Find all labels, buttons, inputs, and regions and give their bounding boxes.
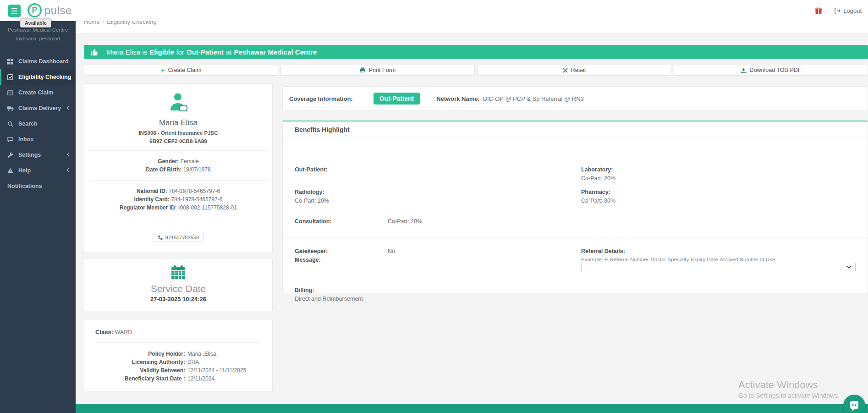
network-name-value: OIC-OP @ PCP & Sp Referral @ RN3 — [483, 95, 584, 102]
validity-between-value: 12/11/2024 - 11/11/2025 — [187, 366, 261, 374]
action-buttons-row: + Create Claim Print Form Reset — [84, 65, 868, 76]
org-name: Peshawar Medical Centre — [0, 27, 76, 33]
sidebar-item-create-claim[interactable]: Create Claim — [0, 85, 76, 100]
create-claim-button[interactable]: + Create Claim — [84, 65, 278, 76]
thumbs-up-icon — [91, 49, 99, 56]
identity-card-value: 784-1978-5465797-6 — [171, 196, 222, 203]
phone-button[interactable]: 971507782558 — [153, 233, 204, 242]
hamburger-menu-button[interactable] — [8, 5, 21, 17]
gender-value: Female — [181, 158, 199, 165]
policy-holder-label: Policy Holder: — [95, 350, 185, 358]
consultation-value: Co-Part: 20% — [388, 218, 422, 225]
logout-label: Logout — [843, 7, 862, 14]
chevron-down-icon — [846, 265, 852, 269]
username: rukhsana_peshmod — [0, 36, 76, 41]
delivery-truck-icon — [7, 105, 15, 111]
patient-name: Maria Elisa — [84, 118, 272, 127]
top-header: P pulse Logout — [0, 0, 868, 21]
plus-icon: + — [161, 67, 165, 74]
gift-icon[interactable] — [815, 7, 822, 14]
reset-button[interactable]: Reset — [477, 65, 671, 76]
person-icon — [84, 92, 272, 114]
beneficiary-start-label: Beneficiary Start Date : — [95, 374, 185, 383]
dob-label: Date Of Birth: — [146, 166, 181, 173]
print-form-button[interactable]: Print Form — [280, 65, 475, 76]
network-name-label: Network Name: — [436, 95, 480, 102]
out-patient-badge: Out-Patient — [374, 93, 420, 105]
app-logo: P pulse — [27, 3, 72, 17]
regulator-id-label: Regulator Member ID: — [120, 204, 177, 211]
validity-between-label: Validity Between: — [95, 366, 185, 374]
licensing-authority-value: DHA — [187, 358, 261, 366]
national-id-value: 784-1978-5465797-6 — [169, 188, 220, 194]
radiology-label: Radiology: — [295, 189, 324, 195]
patient-card-number: 6B97-CEF2-0CB8-6A88 — [84, 138, 272, 144]
coverage-card: Coverage Information: Out-Patient Networ… — [282, 86, 868, 111]
benefits-divider — [283, 237, 868, 237]
eligibility-banner: Maria Elisa is Eligible for Out-Patient … — [84, 45, 868, 59]
sidebar-item-claims-dashboard[interactable]: Claims Dashboard — [0, 54, 76, 69]
billing-label: Billing: — [295, 287, 314, 293]
gatekeeper-label: Gatekeeper: — [295, 248, 328, 254]
sidebar-item-settings[interactable]: Settings — [0, 147, 76, 163]
available-tooltip: Available — [20, 18, 51, 28]
sidebar: Peshawar Medical Centre rukhsana_peshmod… — [0, 21, 76, 413]
logout-icon — [834, 8, 841, 14]
radiology-value: Co-Part: 20% — [295, 198, 329, 204]
logout-button[interactable]: Logout — [834, 7, 862, 14]
referral-select[interactable] — [581, 262, 856, 272]
beneficiary-start-value: 12/11/2024 — [187, 374, 261, 383]
dob-value: 18/07/1978 — [183, 166, 211, 173]
sidebar-menu: Claims Dashboard Eligibility Checking Cr… — [0, 54, 76, 194]
calendar-icon — [84, 265, 272, 281]
pulse-logo-icon: P — [27, 3, 42, 17]
consultation-label: Consultation: — [295, 218, 332, 225]
phone-number: 971507782558 — [165, 235, 199, 240]
pharmacy-label: Pharmacy: — [581, 189, 610, 195]
chevron-left-icon — [66, 152, 70, 158]
message-label: Message: — [295, 257, 321, 263]
class-value: WARD — [115, 329, 132, 336]
pharmacy-value: Co-Part: 30% — [581, 198, 615, 204]
printer-icon — [360, 67, 366, 73]
national-id-label: National ID: — [137, 188, 167, 194]
footer-bar — [76, 404, 868, 413]
benefits-panel: Benefits Highlight Out-Patient: Laborato… — [282, 121, 868, 293]
licensing-authority-label: Licensing Authority: — [95, 358, 185, 366]
sidebar-item-help[interactable]: Help — [0, 163, 76, 178]
sidebar-item-search[interactable]: Search — [0, 116, 76, 132]
chevron-left-icon — [66, 105, 70, 111]
class-label: Class: — [95, 329, 113, 336]
patient-card: Maria Elisa INS008 - Orient Insurance PJ… — [84, 83, 273, 252]
chevron-left-icon — [66, 167, 70, 174]
wrench-icon — [7, 152, 15, 158]
gatekeeper-value: No — [388, 248, 395, 254]
coverage-info-label: Coverage Information: — [289, 95, 353, 102]
gender-label: Gender: — [158, 158, 179, 165]
benefits-title: Benefits Highlight — [283, 121, 868, 138]
comment-icon — [7, 137, 15, 142]
form-icon — [7, 90, 15, 96]
referral-details-label: Referral Details: — [581, 248, 625, 254]
download-tob-button[interactable]: Download TOB PDF — [674, 65, 868, 76]
grid-icon — [7, 59, 15, 65]
service-date-card: Service Date 27-03-2025 10:24:26 — [84, 258, 273, 311]
class-card: Class: WARD Policy Holder: Maria .Elisa.… — [84, 319, 273, 392]
chat-bubble-icon — [848, 400, 860, 412]
laboratory-label: Laboratory: — [581, 166, 613, 173]
check-square-icon — [7, 74, 15, 80]
regulator-id-value: I008-002-115775828-01 — [178, 204, 237, 211]
sidebar-item-claims-delivery[interactable]: Claims Delivery — [0, 100, 76, 116]
identity-card-label: Identity Card: — [134, 196, 170, 203]
service-date-title: Service Date — [84, 283, 272, 294]
warning-triangle-icon — [7, 168, 15, 173]
sidebar-item-inbox[interactable]: Inbox — [0, 132, 76, 147]
search-icon — [7, 121, 15, 127]
sidebar-item-notifications[interactable]: Notifications — [0, 178, 76, 194]
sidebar-item-eligibility-checking[interactable]: Eligibility Checking — [0, 69, 76, 85]
out-patient-label: Out-Patient: — [295, 166, 328, 173]
chat-widget-button[interactable] — [843, 395, 865, 413]
billing-value: Direct and Reimbursement — [295, 296, 363, 302]
download-icon — [741, 67, 747, 73]
main-content: Home/Eligibility Checking Maria Elisa is… — [76, 21, 868, 413]
